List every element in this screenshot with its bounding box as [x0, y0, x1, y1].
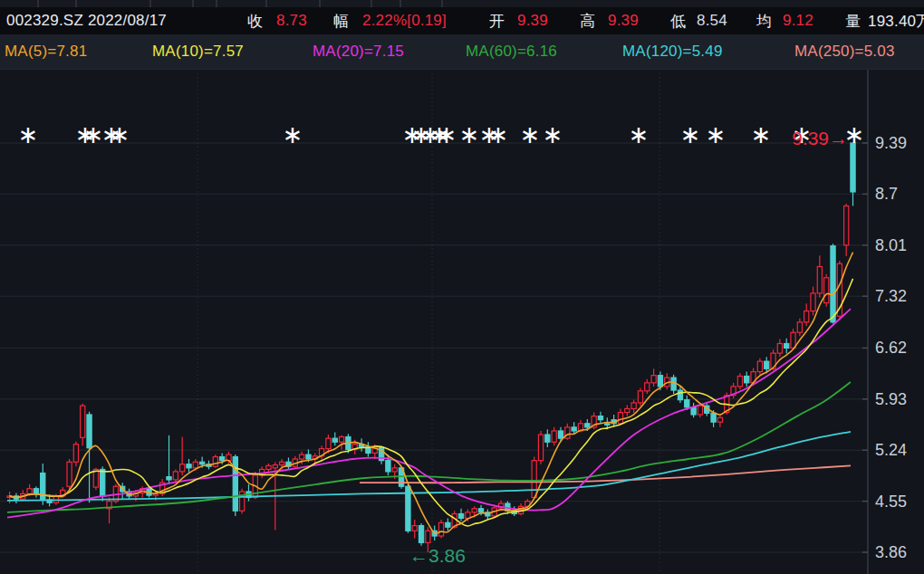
- ma250-legend: MA(250)=5.03: [794, 43, 895, 61]
- change-label: 幅: [333, 11, 349, 32]
- avg-label: 均: [756, 11, 772, 32]
- close-label: 收: [247, 11, 263, 32]
- axis-label: 9.39: [875, 134, 907, 152]
- axis-label: 5.24: [875, 441, 907, 459]
- quote-header: 002329.SZ 2022/08/17 收 8.73 幅 2.22%[0.19…: [0, 7, 924, 34]
- top-strip-tick: [441, 0, 443, 7]
- axis-label: 7.32: [875, 287, 907, 305]
- symbol-date: 002329.SZ 2022/08/17: [6, 12, 167, 30]
- window-top-strip: [0, 0, 924, 7]
- price-axis: 9.398.78.017.326.625.935.244.553.86: [862, 69, 907, 574]
- axis-label: 4.55: [875, 493, 907, 511]
- volume-value: 193.40万: [868, 11, 924, 32]
- ma-legend: MA(5)=7.81 MA(10)=7.57 MA(20)=7.15 MA(60…: [0, 34, 924, 70]
- top-strip-tick: [319, 0, 321, 7]
- ma120-legend: MA(120)=5.49: [622, 43, 723, 61]
- top-strip-tick: [149, 0, 151, 7]
- plot-area[interactable]: [0, 69, 868, 574]
- candlestick-chart-svg: 9.398.78.017.326.625.935.244.553.86∗∗∗∗∗…: [0, 0, 924, 574]
- axis-label: 3.86: [875, 543, 907, 561]
- axis-label: 5.93: [875, 390, 907, 408]
- open-label: 开: [489, 11, 505, 32]
- low-label: 低: [670, 11, 686, 32]
- volume-label: 量: [845, 11, 861, 32]
- top-strip-tick: [192, 0, 194, 7]
- top-strip-tick: [371, 0, 372, 7]
- low-value: 8.54: [697, 12, 727, 30]
- stock-chart-window: 9.398.78.017.326.625.935.244.553.86∗∗∗∗∗…: [0, 0, 924, 574]
- high-value: 9.39: [608, 12, 639, 30]
- avg-value: 9.12: [783, 12, 813, 30]
- axis-label: 8.7: [875, 185, 898, 203]
- axis-label: 6.62: [875, 339, 907, 357]
- top-strip-tick: [265, 0, 267, 7]
- open-value: 9.39: [517, 12, 548, 30]
- top-strip-tick: [75, 0, 77, 7]
- ma10-legend: MA(10)=7.57: [152, 43, 244, 61]
- change-value: 2.22%[0.19]: [362, 12, 447, 30]
- high-label: 高: [580, 11, 595, 32]
- top-strip-tick: [37, 0, 39, 7]
- top-strip-tick: [216, 0, 217, 7]
- ma5-legend: MA(5)=7.81: [5, 43, 87, 61]
- top-strip-tick: [399, 0, 401, 7]
- close-value: 8.73: [276, 12, 307, 30]
- ma60-legend: MA(60)=6.16: [466, 43, 557, 61]
- axis-label: 8.01: [875, 236, 907, 254]
- ma20-legend: MA(20)=7.15: [313, 43, 404, 61]
